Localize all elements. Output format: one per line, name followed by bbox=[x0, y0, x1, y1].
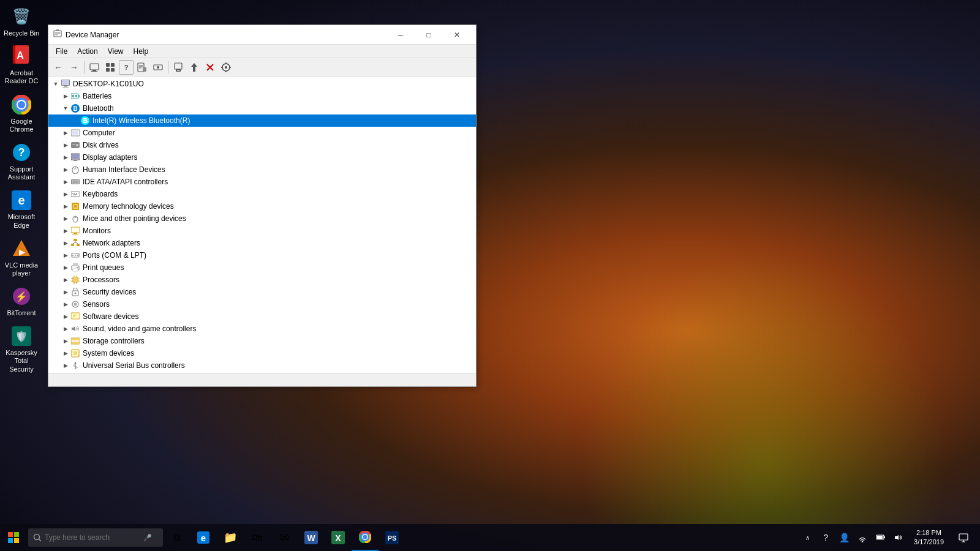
toolbar-forward-button[interactable]: → bbox=[67, 60, 81, 75]
tree-item-storage[interactable]: ▶ Storage controllers bbox=[48, 335, 476, 347]
tray-network-icon[interactable] bbox=[854, 524, 871, 551]
tree-item-bluetooth[interactable]: ▼ B Bluetooth bbox=[48, 102, 476, 114]
svg-marker-158 bbox=[897, 535, 899, 540]
tree-item-software-devices[interactable]: ▶ Software devices bbox=[48, 310, 476, 323]
taskbar-powershell[interactable]: PS bbox=[379, 524, 405, 551]
tree-item-ide[interactable]: ▶ IDE ATA/ATAPI controllers bbox=[48, 176, 476, 188]
toolbar-scan-hardware-button[interactable] bbox=[219, 60, 233, 75]
taskbar-edge-app[interactable]: e bbox=[190, 524, 217, 551]
device-tree[interactable]: ▼ DESKTOP-K1C01UO ▶ bbox=[48, 77, 476, 373]
expand-storage[interactable]: ▶ bbox=[61, 336, 70, 346]
menu-help[interactable]: Help bbox=[129, 46, 154, 57]
expand-monitors[interactable]: ▶ bbox=[61, 226, 70, 236]
tree-item-network[interactable]: ▶ Network adapters bbox=[48, 237, 476, 249]
toolbar-view-device-button[interactable] bbox=[87, 60, 102, 75]
desktop-icon-kaspersky[interactable]: 🛡️ Kaspersky Total Security bbox=[1, 323, 42, 376]
tree-item-memory-tech[interactable]: ▶ Memory technology devices bbox=[48, 200, 476, 212]
taskbar-excel[interactable]: X bbox=[325, 524, 352, 551]
expand-usb[interactable]: ▶ bbox=[61, 361, 70, 370]
tree-item-hid[interactable]: ▶ Human Interface Devices bbox=[48, 163, 476, 176]
tree-item-intel-bluetooth[interactable]: ▶ B Intel(R) Wireless Bluetooth(R) bbox=[48, 114, 476, 127]
expand-security[interactable]: ▶ bbox=[61, 287, 70, 297]
expand-computer-cat[interactable]: ▶ bbox=[61, 128, 70, 138]
toolbar-scan-button[interactable] bbox=[171, 60, 186, 75]
tree-item-sound[interactable]: ▶ Sound, video and game controllers bbox=[48, 323, 476, 335]
window-maximize-button[interactable]: □ bbox=[415, 25, 443, 45]
vlc-icon: ▶ bbox=[10, 238, 32, 260]
taskbar-task-view[interactable]: ⧉ bbox=[163, 524, 190, 551]
expand-hid[interactable]: ▶ bbox=[61, 165, 70, 174]
tray-battery-icon[interactable] bbox=[872, 524, 889, 551]
desktop-icon-chrome[interactable]: Google Chrome bbox=[1, 91, 42, 136]
toolbar-back-button[interactable]: ← bbox=[51, 60, 66, 75]
tree-item-monitors[interactable]: ▶ Monitors bbox=[48, 225, 476, 237]
desktop-icon-acrobat[interactable]: A Acrobat Reader DC bbox=[1, 43, 42, 88]
toolbar-view2-button[interactable] bbox=[103, 60, 118, 75]
window-close-button[interactable]: ✕ bbox=[443, 25, 471, 45]
expand-print[interactable]: ▶ bbox=[61, 263, 70, 272]
tree-item-ports[interactable]: ▶ Ports (COM & LPT) bbox=[48, 249, 476, 261]
desktop-icon-recycle-bin[interactable]: 🗑️ Recycle Bin bbox=[1, 3, 42, 40]
expand-ports[interactable]: ▶ bbox=[61, 250, 70, 260]
desktop-icon-edge[interactable]: e Microsoft Edge bbox=[1, 187, 42, 231]
expand-display-adapters[interactable]: ▶ bbox=[61, 152, 70, 162]
expand-memory-tech[interactable]: ▶ bbox=[61, 201, 70, 211]
toolbar-properties-button[interactable] bbox=[135, 60, 149, 75]
mic-icon[interactable]: 🎤 bbox=[143, 533, 153, 542]
expand-batteries[interactable]: ▶ bbox=[61, 91, 70, 101]
desktop-icon-bittorrent[interactable]: ⚡ BitTorrent bbox=[1, 283, 42, 320]
taskbar-search[interactable]: 🎤 bbox=[28, 528, 163, 547]
expand-sound[interactable]: ▶ bbox=[61, 324, 70, 334]
search-input[interactable] bbox=[45, 533, 143, 542]
tree-item-computer[interactable]: ▼ DESKTOP-K1C01UO bbox=[48, 78, 476, 90]
tree-item-computer-cat[interactable]: ▶ Computer bbox=[48, 127, 476, 139]
menu-view[interactable]: View bbox=[103, 46, 129, 57]
tray-expand-icon[interactable]: ∧ bbox=[799, 524, 816, 551]
expand-sensors[interactable]: ▶ bbox=[61, 299, 70, 309]
expand-mice[interactable]: ▶ bbox=[61, 214, 70, 223]
tree-item-security[interactable]: ▶ Security devices bbox=[48, 286, 476, 298]
tray-datetime[interactable]: 2:18 PM 3/17/2019 bbox=[909, 524, 949, 551]
taskbar-word[interactable]: W bbox=[298, 524, 325, 551]
taskbar-mail[interactable]: ✉ bbox=[271, 524, 298, 551]
expand-disk-drives[interactable]: ▶ bbox=[61, 140, 70, 150]
start-button[interactable] bbox=[0, 524, 27, 551]
tray-volume-icon[interactable] bbox=[891, 524, 908, 551]
expand-software-devices[interactable]: ▶ bbox=[61, 312, 70, 321]
tray-people-icon[interactable]: 👤 bbox=[835, 524, 853, 551]
window-titlebar[interactable]: Device Manager ─ □ ✕ bbox=[48, 25, 476, 45]
desktop-icon-hp-support[interactable]: ? Support Assistant bbox=[1, 139, 42, 184]
expand-bluetooth[interactable]: ▼ bbox=[61, 103, 70, 113]
expand-processors[interactable]: ▶ bbox=[61, 275, 70, 285]
expand-network[interactable]: ▶ bbox=[61, 238, 70, 248]
tree-item-keyboards[interactable]: ▶ Keyboards bbox=[48, 188, 476, 200]
expand-keyboards[interactable]: ▶ bbox=[61, 189, 70, 199]
tree-item-processors[interactable]: ▶ Processors bbox=[48, 274, 476, 286]
expand-ide[interactable]: ▶ bbox=[61, 177, 70, 187]
menu-file[interactable]: File bbox=[51, 46, 72, 57]
taskbar-file-explorer[interactable]: 📁 bbox=[217, 524, 244, 551]
taskbar-chrome-app[interactable] bbox=[352, 524, 379, 551]
tree-item-mice[interactable]: ▶ Mice and other pointing devices bbox=[48, 212, 476, 225]
svg-text:🛡️: 🛡️ bbox=[15, 331, 28, 342]
tree-item-usb[interactable]: ▶ Universal Serial Bus controllers bbox=[48, 359, 476, 372]
action-center-button[interactable] bbox=[950, 524, 977, 551]
toolbar-uninstall-button[interactable] bbox=[203, 60, 217, 75]
toolbar-show-hidden-button[interactable] bbox=[151, 60, 165, 75]
desktop-icon-vlc[interactable]: ▶ VLC media player bbox=[1, 235, 42, 280]
tree-item-batteries[interactable]: ▶ Batteries bbox=[48, 90, 476, 102]
toolbar-help-button[interactable]: ? bbox=[119, 60, 134, 75]
toolbar-update-driver-button[interactable] bbox=[187, 60, 202, 75]
window-minimize-button[interactable]: ─ bbox=[386, 25, 415, 45]
tree-item-system-devices[interactable]: ▶ System devices bbox=[48, 347, 476, 359]
tree-item-display-adapters[interactable]: ▶ Display adapters bbox=[48, 151, 476, 163]
tree-item-print[interactable]: ▶ Print queues bbox=[48, 261, 476, 274]
expand-computer[interactable]: ▼ bbox=[51, 79, 61, 89]
tray-hp-icon[interactable]: ? bbox=[817, 524, 834, 551]
expand-system-devices[interactable]: ▶ bbox=[61, 348, 70, 358]
tree-item-disk-drives[interactable]: ▶ Disk drives bbox=[48, 139, 476, 151]
tree-item-sensors[interactable]: ▶ Sensors bbox=[48, 298, 476, 310]
taskbar-store[interactable]: 🛍 bbox=[244, 524, 271, 551]
security-icon bbox=[70, 287, 80, 297]
menu-action[interactable]: Action bbox=[72, 46, 102, 57]
